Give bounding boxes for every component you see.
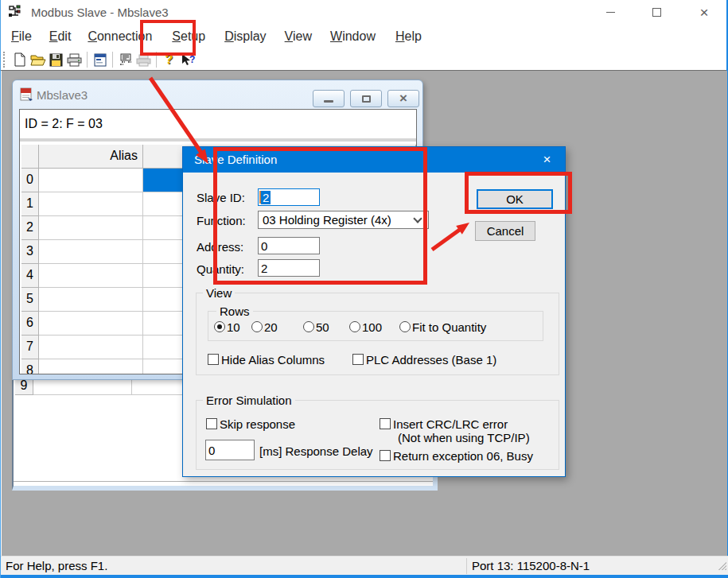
ok-button[interactable]: OK [477,189,553,209]
communication-icon[interactable] [134,51,153,68]
close-icon: × [699,5,708,20]
table-cell[interactable] [39,312,143,336]
window-title: Modbus Slave - Mbslave3 [31,6,169,19]
dialog-title: Slave Definition [194,153,277,166]
radio-rows-10[interactable] [214,321,225,332]
save-icon[interactable] [47,51,65,68]
table-cell[interactable] [33,380,132,395]
context-help-icon[interactable]: ? [178,51,197,68]
minimize-icon [606,12,615,13]
table-cell[interactable] [39,264,143,288]
table-cell[interactable] [39,169,143,192]
radio-rows-20[interactable] [251,321,263,332]
radio-fit-to-quantity[interactable] [399,321,411,332]
toolbar-separator [87,52,88,68]
status-message: For Help, press F1. [6,559,107,572]
function-label: Function: [197,214,246,227]
child-minimize-button[interactable] [313,90,345,107]
row-header: 2 [21,216,39,240]
crc-error-label: Insert CRC/LRC error [393,417,508,431]
function-value: 03 Holding Register (4x) [259,213,415,227]
toolbar-separator [112,52,113,68]
row-header: 4 [21,264,39,288]
open-file-icon[interactable] [29,51,47,68]
child-restore-button[interactable] [350,90,382,107]
minimize-icon [324,100,333,103]
slave-id-label: Slave ID: [197,191,245,204]
menubar: File Edit Connection Setup Display View … [1,24,726,49]
help-icon[interactable]: ? [160,51,178,68]
close-button[interactable]: × [686,0,722,24]
row-header: 1 [21,192,39,216]
alias-column-header: Alias [39,145,143,169]
row-header: 3 [21,240,39,264]
maximize-icon [652,8,661,17]
crc-error-checkbox[interactable] [380,418,391,429]
minimize-button[interactable] [592,0,629,24]
poll-definition-icon[interactable] [116,51,134,68]
main-window: Modbus Slave - Mbslave3 × File Edit Conn… [0,0,728,578]
row-header: 7 [21,336,39,359]
radio-rows-100[interactable] [349,321,360,332]
radio-label: 10 [227,320,240,334]
address-input[interactable] [258,237,320,254]
row-header: 5 [21,288,39,312]
error-simulation-label: Error Simulation [203,394,295,407]
rows-group-label: Rows [216,305,253,318]
table-cell[interactable] [39,216,143,240]
menu-edit[interactable]: Edit [49,29,72,44]
radio-rows-50[interactable] [303,321,314,332]
table-cell[interactable] [39,192,143,216]
mdi-client-area: 9 Mbslave3 × ID = 2: F = 03 [2,71,727,556]
busy-exception-checkbox[interactable] [380,450,391,461]
menu-window[interactable]: Window [330,29,376,44]
dialog-titlebar: Slave Definition × [183,147,565,173]
quantity-input[interactable] [258,259,320,277]
view-groupbox: View Rows 10 20 50 100 Fit to Quantity H… [196,293,559,375]
print-icon[interactable] [65,51,84,68]
slave-id-input[interactable]: 2 [258,188,320,206]
radio-label: 50 [316,320,329,334]
close-icon: × [399,92,407,105]
toolbar-grip[interactable] [3,52,6,68]
menu-display[interactable]: Display [224,29,266,44]
response-delay-label: [ms] Response Delay [259,444,373,458]
plc-addresses-checkbox[interactable] [352,354,364,365]
radio-label: 20 [264,320,278,334]
modbus-app-icon [8,5,22,19]
cancel-button[interactable]: Cancel [475,221,535,241]
child-close-button[interactable]: × [387,90,419,107]
row-header: 0 [21,169,39,192]
skip-response-checkbox[interactable] [206,418,217,429]
new-file-icon[interactable] [10,51,29,68]
table-cell[interactable] [39,336,143,359]
dialog-close-button[interactable]: × [529,147,565,173]
maximize-button[interactable] [638,0,675,24]
crc-note: (Not when using TCP/IP) [398,431,530,444]
hide-alias-checkbox[interactable] [208,354,219,365]
table-corner-header [21,145,39,169]
table-cell[interactable] [39,240,143,264]
menu-setup[interactable]: Setup [172,29,205,44]
main-titlebar: Modbus Slave - Mbslave3 × [1,0,726,24]
hide-alias-label: Hide Alias Columns [221,353,325,367]
resize-grip[interactable] [717,561,726,570]
plc-addresses-label: PLC Addresses (Base 1) [366,353,496,367]
response-delay-input[interactable] [205,440,255,460]
menu-view[interactable]: View [285,29,312,44]
window-border [1,575,728,578]
document-icon [20,87,33,102]
menu-help[interactable]: Help [395,29,422,44]
function-dropdown[interactable]: 03 Holding Register (4x) [258,211,429,229]
menu-file[interactable]: File [11,29,32,44]
display-definition-icon[interactable] [91,51,109,68]
table-cell[interactable] [39,359,143,374]
menu-connection[interactable]: Connection [88,29,152,44]
toolbar-separator [156,52,157,68]
row-header-9: 9 [15,380,33,395]
rows-groupbox: Rows 10 20 50 100 Fit to Quantity [208,311,543,341]
slave-definition-dialog: Slave Definition × Slave ID: 2 Function:… [182,146,566,477]
table-cell[interactable] [39,288,143,312]
child-window-title: Mbslave3 [37,88,88,102]
svg-text:?: ? [189,54,195,65]
